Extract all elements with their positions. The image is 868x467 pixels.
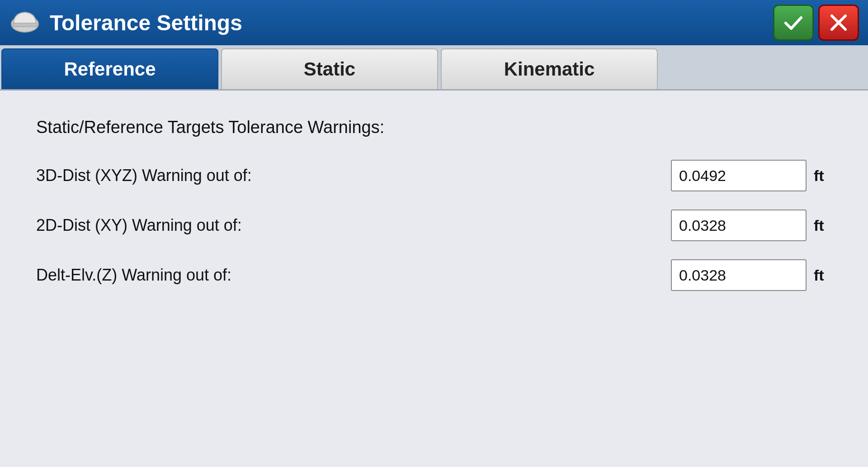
field-row-delt-elv: Delt-Elv.(Z) Warning out of: ft (36, 259, 832, 291)
field-row-3d-dist: 3D-Dist (XYZ) Warning out of: ft (36, 160, 832, 191)
input-3d-dist[interactable] (671, 160, 807, 191)
input-group-2d-dist: ft (671, 210, 832, 241)
label-delt-elv: Delt-Elv.(Z) Warning out of: (36, 266, 353, 285)
tabs-bar: Reference Static Kinematic (0, 45, 868, 91)
app-icon (9, 7, 41, 38)
input-2d-dist[interactable] (671, 210, 807, 241)
unit-2d-dist: ft (814, 217, 832, 234)
input-group-delt-elv: ft (671, 259, 832, 291)
unit-delt-elv: ft (814, 267, 832, 284)
label-2d-dist: 2D-Dist (XY) Warning out of: (36, 216, 353, 235)
input-delt-elv[interactable] (671, 259, 807, 291)
section-title: Static/Reference Targets Tolerance Warni… (36, 118, 832, 137)
title-bar-buttons (773, 5, 859, 41)
field-row-2d-dist: 2D-Dist (XY) Warning out of: ft (36, 210, 832, 241)
tab-reference[interactable]: Reference (1, 48, 218, 89)
confirm-button[interactable] (773, 5, 814, 41)
input-group-3d-dist: ft (671, 160, 832, 191)
content-area: Static/Reference Targets Tolerance Warni… (0, 91, 868, 467)
unit-3d-dist: ft (814, 167, 832, 185)
cancel-button[interactable] (818, 5, 859, 41)
label-3d-dist: 3D-Dist (XYZ) Warning out of: (36, 166, 353, 185)
title-bar: Tolerance Settings (0, 0, 868, 45)
svg-rect-1 (13, 23, 37, 27)
tab-kinematic[interactable]: Kinematic (441, 48, 658, 89)
page-title: Tolerance Settings (50, 10, 773, 35)
tab-static[interactable]: Static (221, 48, 438, 89)
